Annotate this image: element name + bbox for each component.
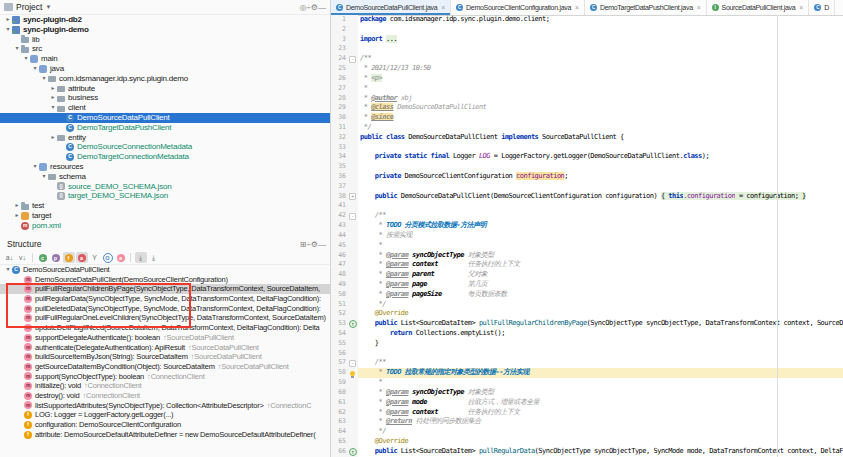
line-number[interactable]: 50	[331, 290, 347, 300]
line-number[interactable]: 44	[331, 231, 347, 241]
project-view-dropdown-icon[interactable]: ▼	[45, 4, 51, 10]
structure-item[interactable]: mupdateDeltFlagIfNeed(SourceDataItem, Da…	[0, 323, 330, 333]
project-tree-item[interactable]: CDemoSourceDataPullClient	[0, 113, 330, 123]
chevron-right-icon[interactable]: ▸	[49, 93, 57, 103]
hide-panel-icon[interactable]: —	[318, 3, 326, 12]
code-line[interactable]: 34 private static final Logger LOG = Log…	[331, 152, 843, 162]
line-number[interactable]: 59	[331, 378, 347, 388]
line-number[interactable]: 56	[331, 349, 347, 359]
sort-alphabetically-icon[interactable]: a↓	[4, 252, 16, 263]
code-line[interactable]: 30 * @since	[331, 113, 843, 123]
line-number[interactable]: 27	[331, 84, 347, 94]
line-number[interactable]: 2	[331, 25, 347, 35]
code-line[interactable]: 44 * 按需实现	[331, 231, 843, 241]
code-line[interactable]: 42- /**	[331, 211, 843, 221]
chevron-right-icon[interactable]: ▸	[4, 15, 12, 25]
structure-item[interactable]: ▾CDemoSourceDataPullClient	[0, 265, 330, 275]
project-tree-item[interactable]: ▸entity	[0, 133, 330, 143]
chevron-down-icon[interactable]: ▾	[31, 64, 39, 74]
fold-collapse-icon[interactable]: -	[349, 360, 356, 367]
line-number[interactable]: 31	[331, 123, 347, 133]
close-tab-icon[interactable]: ×	[799, 4, 803, 11]
line-number[interactable]: 47	[331, 260, 347, 270]
line-number[interactable]: 26	[331, 74, 347, 84]
code-line[interactable]: 66↑ public List<SourceDataItem> pullRegu…	[331, 447, 843, 457]
chevron-down-icon[interactable]: ▾	[22, 54, 30, 64]
code-line[interactable]: 59 *	[331, 378, 843, 388]
chevron-right-icon[interactable]: ▸	[49, 84, 57, 94]
project-tree-item[interactable]: lib	[0, 35, 330, 45]
line-number[interactable]: 62	[331, 408, 347, 418]
project-tree-item[interactable]: mpom.xml	[0, 221, 330, 231]
code-line[interactable]: 32public class DemoSourceDataPullClient …	[331, 133, 843, 143]
code-line[interactable]: 28 * @author xbj	[331, 94, 843, 104]
editor-tab[interactable]: CDemoSourceClientConfiguration.java×	[451, 0, 585, 15]
structure-item[interactable]: mauthenticate(DelegateAuthentication): A…	[0, 343, 330, 353]
structure-item[interactable]: minitialize(): void↑ConnectionClient	[0, 381, 330, 391]
code-line[interactable]: 46 * @param syncObjectType 对象类型	[331, 251, 843, 261]
project-tree-item[interactable]: ▸business	[0, 93, 330, 103]
project-tree-item[interactable]: ▸attribute	[0, 84, 330, 94]
line-number[interactable]: 29	[331, 103, 347, 113]
code-line[interactable]: 24-/**	[331, 54, 843, 64]
line-number[interactable]: 51	[331, 300, 347, 310]
filter-abstract-icon[interactable]: a	[115, 252, 127, 263]
code-line[interactable]: 62 * @param context 任务执行的上下文	[331, 408, 843, 418]
chevron-right-icon[interactable]: ▸	[13, 201, 21, 211]
code-line[interactable]: 56	[331, 349, 843, 359]
project-tree-item[interactable]: ▾client	[0, 103, 330, 113]
code-line[interactable]: 47 * @param context 任务执行的上下文	[331, 260, 843, 270]
code-line[interactable]: 41	[331, 201, 843, 211]
line-number[interactable]: 30	[331, 113, 347, 123]
project-tree-item[interactable]: ▸test	[0, 201, 330, 211]
code-line[interactable]: 48 * @param parent 父对象	[331, 270, 843, 280]
code-line[interactable]: 25 * 2021/12/13 10:50	[331, 64, 843, 74]
code-line[interactable]: 38+ public DemoSourceDataPullClient(Demo…	[331, 192, 843, 202]
project-tree-item[interactable]: ▾sync-plugin-demo	[0, 25, 330, 35]
line-number[interactable]: 35	[331, 162, 347, 172]
line-number[interactable]: 46	[331, 251, 347, 261]
close-tab-icon[interactable]: ×	[575, 4, 579, 11]
code-line[interactable]: 58 * TODO 拉取常规的指定对象类型的数据--方法实现	[331, 368, 843, 378]
filter-properties-icon[interactable]: p	[50, 252, 62, 263]
structure-item[interactable]: mpullRegularData(SyncObjectType, SyncMod…	[0, 294, 330, 304]
chevron-down-icon[interactable]: ▾	[40, 172, 48, 182]
close-tab-icon[interactable]: ×	[441, 4, 445, 11]
project-tree-item[interactable]: CDemoSourceConnectionMetadata	[0, 142, 330, 152]
line-number[interactable]: 41	[331, 201, 347, 211]
line-number[interactable]: 53	[331, 319, 347, 329]
fold-expand-icon[interactable]: +	[349, 193, 356, 200]
code-area[interactable]: 1package com.idsmanager.idp.sync.plugin.…	[331, 15, 843, 457]
line-number[interactable]: 55	[331, 339, 347, 349]
code-line[interactable]: 55 }	[331, 339, 843, 349]
structure-item[interactable]: mpullFullRegularOneLevelChildren(SyncObj…	[0, 313, 330, 323]
line-number[interactable]: 25	[331, 64, 347, 74]
code-line[interactable]: 51 */	[331, 300, 843, 310]
project-tree-item[interactable]: CDemoTargetConnectionMetadata	[0, 152, 330, 162]
line-number[interactable]: 52	[331, 309, 347, 319]
code-line[interactable]: 2	[331, 25, 843, 35]
code-line[interactable]: 31 */	[331, 123, 843, 133]
line-number[interactable]: 64	[331, 427, 347, 437]
project-tree-item[interactable]: ▾main	[0, 54, 330, 64]
code-line[interactable]: 37	[331, 182, 843, 192]
sort-by-visibility-icon[interactable]: v↓	[17, 252, 29, 263]
line-number[interactable]: 28	[331, 94, 347, 104]
filter-anonymous-icon[interactable]: a	[76, 252, 88, 263]
code-line[interactable]: 65 @Override	[331, 437, 843, 447]
code-line[interactable]: 50 * @param pageSize 每页数据条数	[331, 290, 843, 300]
line-number[interactable]: 34	[331, 152, 347, 162]
structure-item[interactable]: fattribute: DemoSourceDefaultAttributeDe…	[0, 430, 330, 440]
code-line[interactable]: 43 * TODO 分页模式拉取数据-方法声明	[331, 221, 843, 231]
project-tree-item[interactable]: {}target_DEMO_SCHEMA.json	[0, 191, 330, 201]
fold-collapse-icon[interactable]: -	[349, 213, 356, 220]
close-tab-icon[interactable]: ×	[697, 4, 701, 11]
code-line[interactable]: 53↑ public List<SourceDataItem> pullFull…	[331, 319, 843, 329]
line-number[interactable]: 1	[331, 15, 347, 25]
code-line[interactable]: 27 *	[331, 84, 843, 94]
code-line[interactable]: 3import ...	[331, 35, 843, 45]
line-number[interactable]: 61	[331, 398, 347, 408]
project-tree-item[interactable]: {}source_DEMO_SCHEMA.json	[0, 182, 330, 192]
chevron-right-icon[interactable]: ▸	[49, 133, 57, 143]
code-line[interactable]: 23	[331, 44, 843, 54]
